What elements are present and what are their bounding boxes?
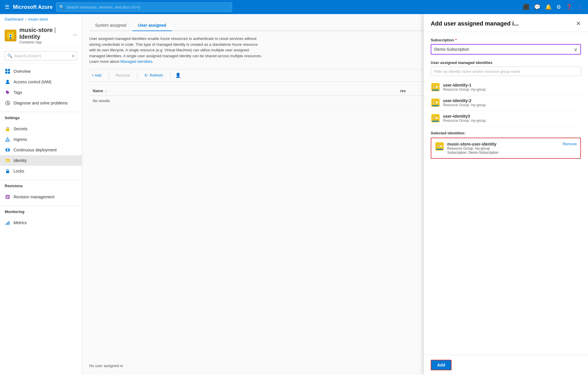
- settings-icon[interactable]: ⚙: [556, 4, 561, 10]
- svg-point-9: [6, 80, 9, 82]
- svg-rect-8: [8, 72, 10, 74]
- account-icon[interactable]: 👤: [577, 4, 583, 10]
- svg-rect-54: [441, 146, 442, 147]
- toolbar-sep-2: [137, 72, 137, 78]
- svg-rect-23: [6, 196, 9, 197]
- sidebar-item-iam[interactable]: Access control (IAM): [0, 77, 82, 87]
- breadcrumb-dashboard[interactable]: Dashboard: [5, 17, 23, 21]
- sidebar-item-locks[interactable]: Locks: [0, 166, 82, 176]
- top-nav: ☰ Microsoft Azure 🔍 ⬛ 💬 🔔 ⚙ ❓ 👤: [0, 0, 588, 14]
- svg-rect-55: [440, 146, 441, 147]
- sidebar-item-identity[interactable]: Identity: [0, 155, 82, 166]
- notification-icon[interactable]: 🔔: [545, 4, 552, 10]
- svg-point-52: [437, 145, 439, 147]
- refresh-icon: ↻: [144, 73, 148, 78]
- identity-filter-input[interactable]: [431, 67, 581, 76]
- collapse-sidebar-button[interactable]: «: [72, 53, 75, 58]
- ingress-icon: [5, 136, 11, 142]
- panel-close-button[interactable]: ✕: [576, 20, 581, 27]
- identity-icon: [5, 158, 11, 163]
- sidebar-item-tags[interactable]: Tags: [0, 87, 82, 98]
- manage-icon[interactable]: 👤: [175, 72, 181, 78]
- panel-body: Subscription * Demo-Subscription ∨ User …: [424, 32, 588, 355]
- svg-point-15: [7, 149, 9, 151]
- svg-point-17: [6, 160, 7, 161]
- sidebar-item-iam-label: Access control (IAM): [13, 80, 51, 84]
- sidebar-item-ingress-label: Ingress: [13, 137, 27, 142]
- sidebar-item-diagnose[interactable]: Diagnose and solve problems: [0, 98, 82, 108]
- column-name: Name ↕: [89, 86, 396, 96]
- subscription-label: Subscription *: [431, 38, 581, 42]
- add-button[interactable]: + Add: [89, 72, 104, 79]
- help-icon[interactable]: ❓: [566, 4, 572, 10]
- svg-rect-56: [436, 149, 443, 150]
- search-icon: 🔍: [59, 5, 64, 9]
- more-options-button[interactable]: ...: [73, 31, 77, 37]
- locks-icon: [5, 168, 11, 174]
- required-indicator: *: [455, 38, 457, 42]
- svg-rect-48: [436, 118, 437, 119]
- diagnose-icon: [5, 100, 11, 106]
- svg-rect-49: [432, 121, 439, 122]
- svg-rect-33: [437, 87, 438, 88]
- identity-item-2[interactable]: user-identity3 Resource Group: my-group: [431, 111, 581, 126]
- svg-rect-3: [10, 37, 11, 39]
- metrics-icon: [5, 220, 11, 226]
- sort-icon[interactable]: ↕: [105, 89, 107, 93]
- hamburger-icon[interactable]: ☰: [5, 4, 9, 10]
- sidebar-item-ingress[interactable]: Ingress: [0, 134, 82, 145]
- svg-rect-20: [8, 161, 9, 162]
- svg-rect-35: [432, 89, 439, 91]
- identity-list: user-identity-1 Resource Group: my-group: [431, 80, 581, 126]
- sidebar-item-metrics-label: Metrics: [13, 220, 27, 225]
- subscription-dropdown[interactable]: Demo-Subscription ∨: [431, 44, 581, 55]
- resource-header: music-store | Identity ... Container App: [0, 24, 82, 48]
- subscription-value: Demo-Subscription: [434, 47, 469, 52]
- sidebar-item-metrics[interactable]: Metrics: [0, 217, 82, 228]
- identity-item-1[interactable]: user-identity-2 Resource Group: my-group: [431, 95, 581, 111]
- sidebar-item-overview[interactable]: Overview: [0, 66, 82, 77]
- svg-rect-39: [436, 102, 438, 103]
- svg-rect-40: [437, 103, 438, 104]
- identity-key-icon-1: [431, 98, 440, 107]
- global-search[interactable]: 🔍: [56, 2, 232, 12]
- tab-user-assigned[interactable]: User assigned: [132, 20, 172, 31]
- sidebar-search-input[interactable]: [14, 54, 70, 58]
- settings-section-label: Settings: [0, 112, 82, 121]
- monitoring-section: Metrics: [0, 215, 82, 230]
- managed-identities-link[interactable]: Managed identities.: [120, 59, 153, 64]
- remove-selected-button[interactable]: Remove: [563, 142, 577, 146]
- panel-add-button[interactable]: Add: [431, 360, 452, 370]
- breadcrumb-sep: ›: [25, 17, 26, 21]
- sidebar-item-continuous[interactable]: Continuous deployment: [0, 145, 82, 155]
- remove-button[interactable]: Remove: [114, 72, 132, 79]
- svg-rect-26: [6, 224, 6, 225]
- terminal-icon[interactable]: ⬛: [523, 4, 529, 10]
- sidebar-item-overview-label: Overview: [13, 69, 31, 74]
- svg-rect-41: [436, 103, 437, 103]
- sidebar-item-secrets[interactable]: Secrets: [0, 124, 82, 134]
- sidebar-item-diagnose-label: Diagnose and solve problems: [13, 101, 67, 105]
- sidebar-item-revision-mgmt[interactable]: Revision management: [0, 192, 82, 202]
- breadcrumb-resource[interactable]: music-store: [28, 17, 48, 21]
- resource-icon: [5, 30, 16, 41]
- sidebar-search-area: 🔍 «: [0, 48, 82, 64]
- svg-rect-25: [6, 198, 8, 198]
- identity-key-icon-0: [431, 82, 440, 92]
- svg-rect-46: [436, 117, 438, 118]
- svg-rect-6: [8, 69, 10, 71]
- identity-item-0[interactable]: user-identity-1 Resource Group: my-group: [431, 80, 581, 95]
- toolbar-sep-3: [170, 72, 170, 78]
- description-text: User assigned managed identities enable …: [89, 36, 265, 65]
- revisions-section: Revision management: [0, 189, 82, 205]
- refresh-button[interactable]: ↻ Refresh: [142, 72, 165, 79]
- tab-system-assigned[interactable]: System assigned: [89, 20, 132, 31]
- panel-overlay: Add user assigned managed i... ✕ Subscri…: [424, 14, 588, 375]
- continuous-icon: [5, 147, 11, 153]
- search-input[interactable]: [67, 5, 229, 9]
- main-wrapper: Dashboard › music-store music-store: [0, 14, 588, 375]
- svg-rect-27: [7, 222, 8, 225]
- svg-rect-34: [436, 87, 437, 88]
- sidebar-item-tags-label: Tags: [13, 90, 22, 95]
- feedback-icon[interactable]: 💬: [534, 4, 540, 10]
